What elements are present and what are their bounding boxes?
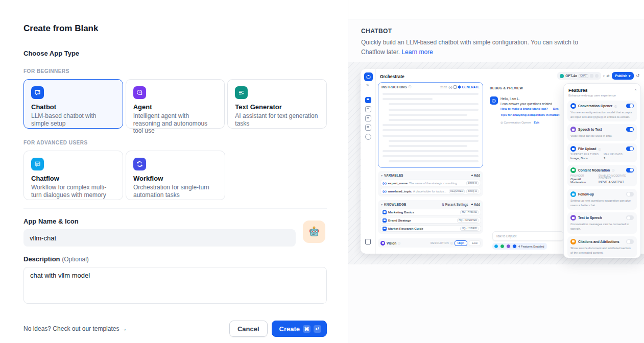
add-knowledge-button[interactable]: + Add xyxy=(471,203,480,206)
toggle-speech-to-text[interactable] xyxy=(626,127,634,132)
beginner-card-row: Chatbot LLM-based chatbot with simple se… xyxy=(23,79,327,129)
app-type-desc: AI assistant for text generation tasks xyxy=(235,112,319,127)
bot-message-body: Hello, I am L. I can answer your questio… xyxy=(500,96,559,124)
mini-nav-image-icon[interactable] xyxy=(365,106,371,112)
history-icon[interactable]: ↺ xyxy=(636,74,639,78)
resolution-low-chip[interactable]: Low xyxy=(469,240,481,246)
skeleton-line xyxy=(383,93,479,95)
arrow-right-icon: → xyxy=(121,325,127,332)
edit-opener-link[interactable]: Edit xyxy=(534,121,539,124)
feature-card-file-upload[interactable]: File Upload ⓘ SUPPORT FILE TYPES Image, … xyxy=(567,143,637,162)
toggle-content-moderation[interactable] xyxy=(626,168,634,173)
feature-card-conversation-opener[interactable]: Conversation Opener ⓘ You are an entity … xyxy=(567,101,637,121)
variable-icon[interactable]: {x} xyxy=(448,86,452,89)
app-type-card-workflow[interactable]: Workflow Orchestration for single-turn a… xyxy=(126,151,225,200)
bot-message: Hello, I am L. I can answer your questio… xyxy=(490,96,564,124)
chevron-down-icon[interactable]: ▾ xyxy=(381,203,383,206)
add-variable-button[interactable]: + Add xyxy=(471,174,480,177)
conversation-opener-icon xyxy=(570,103,576,109)
knowledge-row[interactable]: Market Research Guide HQ · HYBRID xyxy=(380,225,481,232)
mini-model-chip[interactable]: GPT-4o CHAT xyxy=(557,72,601,80)
create-app-modal: Create from Blank Choose App Type FOR BE… xyxy=(0,0,644,343)
info-icon: ⓘ xyxy=(612,168,614,172)
type-badge: String ⊟ xyxy=(466,181,479,185)
speech-to-text-icon xyxy=(570,127,576,132)
preview-top-strip xyxy=(348,0,644,19)
text-generator-icon xyxy=(235,86,248,99)
app-icon-picker[interactable] xyxy=(303,220,325,243)
copy-icon[interactable] xyxy=(454,85,457,89)
app-name-row xyxy=(23,229,327,247)
description-optional-label: (Optional) xyxy=(62,256,89,263)
chevron-down-icon: ▾ xyxy=(629,74,630,78)
enter-key-icon: ↵ xyxy=(314,325,321,333)
close-icon[interactable]: × xyxy=(634,88,637,92)
feature-card-speech-to-text[interactable]: Speech to Text Voice input can be used i… xyxy=(567,124,637,141)
mini-app-robot-icon xyxy=(364,72,373,81)
app-type-card-text-generator[interactable]: Text Generator AI assistant for text gen… xyxy=(227,79,327,129)
skeleton-line xyxy=(383,150,479,152)
features-enabled-chip[interactable]: 4 Features Enabled xyxy=(492,243,547,250)
learn-more-link[interactable]: Learn more xyxy=(401,48,433,56)
chevron-down-icon[interactable]: ▾ xyxy=(381,174,383,177)
feature-card-text-to-speech[interactable]: Text to Speech Conversation messages can… xyxy=(567,212,637,233)
skeleton-line xyxy=(389,119,479,121)
suggested-question[interactable]: How to make a brand stand out?Bes xyxy=(500,106,559,112)
app-name-input[interactable] xyxy=(23,229,296,247)
chat-mode-badge: CHAT xyxy=(579,74,588,78)
mini-generate-button[interactable]: GENERATE xyxy=(458,85,480,89)
suggested-question[interactable]: Tips for analyzing competitors in market xyxy=(500,112,559,118)
toggle-file-upload[interactable] xyxy=(626,146,634,151)
mini-instructions-panel: INSTRUCTIONS ⓘ 2182 {x} GENERATE xyxy=(378,82,483,168)
vision-icon xyxy=(380,241,385,246)
create-button[interactable]: Create ⌘ ↵ xyxy=(272,321,327,337)
rerank-settings-button[interactable]: ⇅ Rerank Settings xyxy=(442,203,468,206)
retrieval-badge: HQ · HYBRID xyxy=(460,210,479,214)
feature-card-citations[interactable]: Citations and Attributions Show source d… xyxy=(567,236,637,257)
variable-row[interactable]: {x} expert_name The name of the strategi… xyxy=(380,180,481,186)
toggle-text-to-speech[interactable] xyxy=(626,215,634,220)
info-icon: ⓘ xyxy=(599,148,601,151)
feature-card-content-moderation[interactable]: Content Moderation ⓘ PROVIDER OpenAI Mod… xyxy=(567,165,637,187)
app-type-desc: Workflow for complex multi-turn dialogue… xyxy=(31,184,115,199)
workflow-icon xyxy=(133,158,146,170)
app-type-card-chatflow[interactable]: Chatflow Workflow for complex multi-turn… xyxy=(23,151,123,200)
mini-collapse-icon[interactable] xyxy=(365,239,371,244)
app-type-card-chatbot[interactable]: Chatbot LLM-based chatbot with simple se… xyxy=(23,79,123,129)
toggle-follow-up[interactable] xyxy=(626,192,634,197)
toggle-conversation-opener[interactable] xyxy=(626,104,634,108)
cmd-key-icon: ⌘ xyxy=(303,325,311,333)
dataset-icon xyxy=(383,227,387,231)
mini-nav-docs-icon[interactable] xyxy=(365,125,371,131)
feature-chip-icon xyxy=(500,244,505,249)
resolution-high-chip[interactable]: High xyxy=(455,240,467,246)
retrieval-badge: HQ · HYBRID xyxy=(460,227,479,231)
chevron-down-icon[interactable]: ▾ xyxy=(603,74,605,78)
cancel-button[interactable]: Cancel xyxy=(229,321,268,337)
templates-link[interactable]: No ideas? Check out our templates → xyxy=(23,325,127,332)
for-beginners-label: FOR BEGINNERS xyxy=(23,68,327,74)
mini-vision-row: Vision ⓘ RESOLUTION ⓘ High Low xyxy=(378,238,483,248)
mini-chat-input[interactable]: Talk to DifyBot xyxy=(492,231,564,241)
settings-icon xyxy=(595,74,599,78)
knowledge-row[interactable]: Brand Strategy HQ · INVERTED xyxy=(380,217,481,224)
feature-card-follow-up[interactable]: Follow-up Setting up next questions sugg… xyxy=(567,189,637,210)
knowledge-row[interactable]: Marketing Basics HQ · HYBRID xyxy=(380,209,481,215)
follow-up-icon xyxy=(570,191,576,197)
app-type-card-agent[interactable]: Agent Intelligent agent with reasoning a… xyxy=(126,79,225,129)
conversation-opener-note: ◎ Conversation Opener Edit xyxy=(500,121,559,124)
swap-model-icon[interactable]: ⇄ xyxy=(607,74,610,78)
preview-heading: CHATBOT xyxy=(361,28,631,35)
mini-nav-settings-icon[interactable] xyxy=(365,134,371,140)
app-type-title: Text Generator xyxy=(235,103,319,111)
feature-chip-icon xyxy=(494,244,498,249)
mini-nav-orchestrate-icon[interactable] xyxy=(365,97,371,103)
info-icon: ⓘ xyxy=(409,85,412,89)
toggle-citations[interactable] xyxy=(626,239,634,244)
opener-icon: ◎ xyxy=(500,121,503,124)
mini-nav-logs-icon[interactable] xyxy=(365,115,371,121)
variable-row[interactable]: {x} unrelated_topic A placeholder for to… xyxy=(380,188,481,194)
description-textarea[interactable]: chat with vllm model xyxy=(23,267,327,304)
skeleton-line xyxy=(389,109,479,111)
mini-publish-button[interactable]: Publish ▾ xyxy=(612,72,634,80)
